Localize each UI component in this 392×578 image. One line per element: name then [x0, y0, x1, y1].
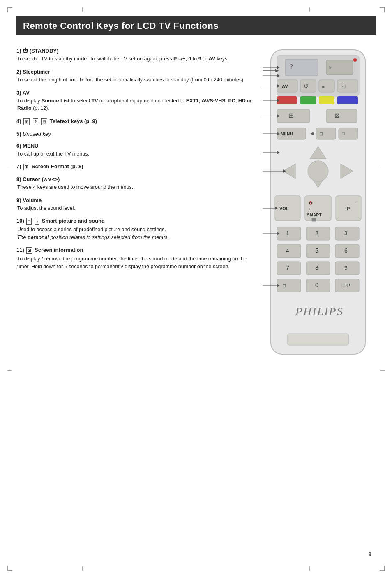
item-5-label: Unused key. [23, 131, 52, 137]
item-1-label: (STANDBY) [30, 48, 59, 54]
item-3-body: To display Source List to select TV or p… [16, 97, 252, 113]
item-7-num: 7) [16, 163, 23, 169]
svg-text:—: — [355, 216, 358, 219]
item-6-body: To call up or exit the TV menus. [16, 150, 252, 158]
svg-text:?: ? [289, 63, 293, 71]
item-6-label: MENU [23, 143, 38, 149]
item-7-title: 7) ⊞ Screen Format (p. 8) [16, 163, 252, 170]
svg-text:3: 3 [329, 65, 332, 70]
item-2-body: To select the length of time before the … [16, 76, 252, 84]
item-3-label: AV [23, 90, 30, 96]
svg-rect-12 [319, 80, 334, 92]
item-2: 2) Sleeptimer To select the length of ti… [16, 69, 252, 84]
side-tick-right-2 [380, 370, 385, 371]
svg-text:P+P: P+P [341, 283, 350, 288]
svg-text:⊠: ⊠ [334, 112, 340, 119]
svg-text:⊡: ⊡ [319, 131, 323, 136]
svg-rect-22 [326, 109, 357, 123]
item-9-num: 9) [16, 197, 23, 203]
page-title: Remote Control Keys for LCD TV Functions [23, 21, 369, 31]
corner-mark-bl [7, 566, 12, 571]
svg-rect-19 [337, 96, 358, 104]
item-1-num: 1) [16, 48, 23, 54]
teletext-icon-2: ? [33, 118, 38, 125]
side-tick-right-1 [380, 165, 385, 165]
standby-icon: ⏻ [23, 48, 28, 54]
svg-text:↺: ↺ [304, 83, 309, 89]
item-9: 9) Volume To adjust the sound level. [16, 197, 252, 212]
svg-text:MENU: MENU [281, 132, 293, 136]
svg-rect-74 [287, 334, 349, 345]
svg-text:≡: ≡ [322, 84, 324, 89]
item-3: 3) AV To display Source List to select T… [16, 90, 252, 113]
item-1-title: 1) ⏻ (STANDBY) [16, 48, 252, 54]
item-2-title: 2) Sleeptimer [16, 69, 252, 75]
item-8-body: These 4 keys are used to move around the… [16, 183, 252, 191]
svg-point-2 [353, 58, 357, 62]
teletext-icon-3: ⊟ [41, 118, 47, 125]
item-2-num: 2) [16, 69, 23, 75]
item-7: 7) ⊞ Screen Format (p. 8) [16, 163, 252, 170]
corner-mark-tl [7, 7, 12, 12]
svg-rect-67 [277, 279, 301, 292]
svg-point-26 [311, 132, 314, 135]
item-9-title: 9) Volume [16, 197, 252, 203]
top-tick-right [309, 7, 310, 12]
item-4-title: 4) ⊞ ? ⊟ Teletext keys (p. 9) [16, 118, 252, 125]
item-4: 4) ⊞ ? ⊟ Teletext keys (p. 9) [16, 118, 252, 125]
item-5: 5) Unused key. [16, 131, 252, 137]
item-11-body: To display / remove the programme number… [16, 255, 252, 271]
svg-text:5: 5 [315, 247, 318, 254]
item-11-label: Screen information [35, 247, 83, 253]
picture-icon: □ [26, 218, 32, 225]
item-1-body: To set the TV to standby mode. To switch… [16, 55, 252, 63]
item-11: 11) ⊡ Screen information To display / re… [16, 247, 252, 270]
corner-mark-tr [380, 7, 385, 12]
svg-text:0: 0 [315, 282, 318, 288]
svg-text:—: — [276, 216, 279, 219]
item-6: 6) MENU To call up or exit the TV menus. [16, 143, 252, 158]
svg-text:6: 6 [344, 247, 348, 254]
svg-text:7: 7 [286, 265, 289, 271]
page-number: 3 [369, 551, 371, 557]
svg-text:1: 1 [286, 230, 289, 237]
svg-text:+: + [355, 200, 357, 204]
page-header: Remote Control Keys for LCD TV Functions [16, 16, 376, 35]
corner-mark-br [380, 566, 385, 571]
item-5-num: 5) [16, 131, 23, 137]
item-9-label: Volume [23, 197, 42, 203]
item-8: 8) Cursor (∧∨<>) These 4 keys are used t… [16, 176, 252, 191]
svg-text:4: 4 [286, 247, 289, 254]
svg-text:9: 9 [344, 265, 348, 271]
sound-icon: ♪ [35, 218, 40, 225]
item-6-title: 6) MENU [16, 143, 252, 149]
svg-rect-16 [277, 96, 297, 104]
item-4-num: 4) [16, 118, 23, 124]
text-column: 1) ⏻ (STANDBY) To set the TV to standby … [16, 48, 252, 360]
side-tick-left-1 [7, 165, 12, 165]
item-2-label: Sleeptimer [23, 69, 50, 75]
item-10-body: Used to access a series of predefined pi… [16, 226, 252, 241]
screen-info-icon: ⊡ [26, 247, 32, 254]
item-8-title: 8) Cursor (∧∨<>) [16, 176, 252, 182]
svg-text:PHILIPS: PHILIPS [295, 305, 344, 318]
item-11-title: 11) ⊡ Screen information [16, 247, 252, 254]
remote-svg: ? 3 AV ↺ ≡ I·II [263, 48, 374, 360]
svg-text:SMART: SMART [307, 213, 322, 217]
item-10-label: Smart picture and sound [42, 218, 105, 224]
svg-text:🔇: 🔇 [309, 201, 313, 205]
svg-text:⊡: ⊡ [282, 283, 286, 288]
side-tick-left-2 [7, 370, 12, 371]
item-9-body: To adjust the sound level. [16, 204, 252, 212]
svg-point-35 [308, 161, 328, 181]
item-6-num: 6) [16, 143, 23, 149]
bottom-tick-right [309, 566, 310, 571]
bottom-tick-left [82, 566, 83, 571]
svg-rect-18 [319, 96, 334, 104]
item-7-label: Screen Format (p. 8) [32, 163, 83, 169]
svg-text:+: + [276, 200, 278, 204]
remote-wrap: ? 3 AV ↺ ≡ I·II [263, 48, 374, 360]
screen-format-icon: ⊞ [23, 164, 29, 170]
item-1: 1) ⏻ (STANDBY) To set the TV to standby … [16, 48, 252, 63]
svg-text:P: P [347, 206, 350, 211]
